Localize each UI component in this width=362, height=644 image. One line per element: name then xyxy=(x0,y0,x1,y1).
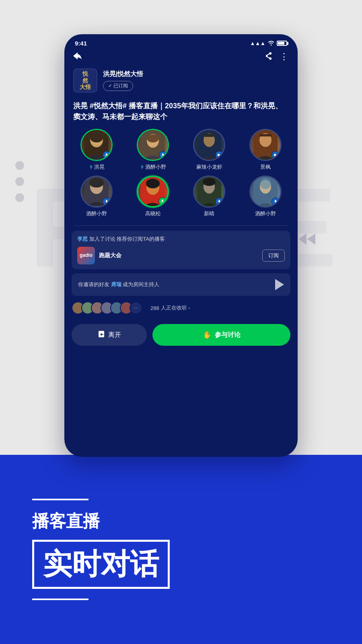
speakers-grid: 🎙洪晃 🎙酒醉小野 xyxy=(64,129,298,224)
speaker-name-5: 酒醉小野 xyxy=(86,210,107,217)
join-button[interactable]: ✋ 参与讨论 xyxy=(152,324,290,346)
svg-rect-29 xyxy=(218,200,220,202)
section-divider xyxy=(73,225,289,226)
nav-actions: ⋮ xyxy=(264,52,289,62)
speaker-item: 酒醉小野 xyxy=(71,175,122,217)
join-label: 参与讨论 xyxy=(215,331,241,339)
leave-label: 离开 xyxy=(108,331,121,339)
chevron-icon: › xyxy=(189,305,190,310)
podcast-avatar-text: 悦然大悟 xyxy=(78,69,93,92)
svg-rect-4 xyxy=(106,153,107,156)
notif-username: 李思 xyxy=(77,236,88,242)
speaker-name-8: 酒醉小野 xyxy=(255,210,276,217)
skip-arrow-2 xyxy=(307,233,315,245)
share-icon[interactable] xyxy=(264,52,272,62)
podcast-recommend: gadio 跑题大会 订阅 xyxy=(77,247,285,264)
speaker-badge-3 xyxy=(215,151,223,159)
notification-text: 李思 加入了讨论 推荐你订阅TA的播客 xyxy=(77,235,285,243)
speaker-badge-1 xyxy=(103,151,111,159)
svg-point-8 xyxy=(147,134,159,142)
svg-rect-28 xyxy=(204,179,215,184)
speaker-badge-2 xyxy=(159,151,167,159)
speaker-name-2: 🎙酒醉小野 xyxy=(140,163,166,171)
svg-point-3 xyxy=(90,133,103,142)
skip-arrow-1 xyxy=(298,233,306,245)
listener-label: 人正在收听 xyxy=(161,304,187,312)
dot-1 xyxy=(15,161,24,170)
listener-avatars: ··· xyxy=(72,301,139,314)
listener-count[interactable]: 288 人正在收听 › xyxy=(150,304,190,312)
podcast-header: 悦然大悟 洪晃|悦然大悟 ✓ 已订阅 xyxy=(64,66,298,97)
bottom-line-top xyxy=(32,499,88,500)
speaker-badge-8 xyxy=(272,198,280,206)
speaker-item: 🎙洪晃 xyxy=(71,129,122,171)
dot-3 xyxy=(15,193,24,202)
svg-rect-12 xyxy=(204,134,214,137)
status-time: 9:41 xyxy=(75,40,87,47)
speaker-avatar-4 xyxy=(249,129,282,161)
speaker-badge-7 xyxy=(215,198,223,206)
notification-card: 李思 加入了讨论 推荐你订阅TA的播客 gadio 跑题大会 订阅 xyxy=(72,231,290,269)
speaker-badge-6 xyxy=(158,197,167,205)
svg-rect-9 xyxy=(162,153,164,156)
leave-icon xyxy=(98,330,105,339)
battery-icon xyxy=(277,41,287,46)
bottom-actions: 离开 ✋ 参与讨论 xyxy=(64,320,298,354)
podcast-rec-name: 跑题大会 xyxy=(99,252,258,259)
leave-button[interactable]: 离开 xyxy=(72,324,147,346)
speaker-item: 麻辣小龙虾 xyxy=(183,129,235,171)
svg-rect-23 xyxy=(146,181,159,185)
status-bar: 9:41 ▲▲▲ xyxy=(64,34,298,49)
speaker-avatar-8 xyxy=(249,175,282,208)
speaker-badge-4 xyxy=(272,151,280,159)
podcast-avatar: 悦然大悟 xyxy=(73,68,97,93)
invite-username: 席瑞 xyxy=(111,281,121,287)
decoration-dots xyxy=(15,161,24,202)
speaker-name-4: 景枫 xyxy=(260,163,271,171)
svg-rect-24 xyxy=(162,200,163,202)
speaker-name-3: 麻辣小龙虾 xyxy=(196,163,222,171)
more-icon[interactable]: ⋮ xyxy=(280,52,289,62)
signal-icon: ▲▲▲ xyxy=(250,40,265,46)
speaker-item: 酒醉小野 xyxy=(240,175,291,217)
back-button[interactable] xyxy=(73,52,82,62)
speaker-name-7: 新晴 xyxy=(204,210,214,217)
status-icons: ▲▲▲ xyxy=(250,40,287,47)
speaker-avatar-7 xyxy=(193,175,225,208)
top-nav: ⋮ xyxy=(64,49,298,66)
dot-2 xyxy=(15,177,24,186)
svg-point-32 xyxy=(260,178,271,189)
speaker-avatar-2 xyxy=(137,129,169,161)
speaker-avatar-6 xyxy=(137,175,169,208)
bottom-line-bottom xyxy=(32,599,88,600)
subscribe-button[interactable]: 订阅 xyxy=(262,250,285,262)
podcast-info: 洪晃|悦然大悟 ✓ 已订阅 xyxy=(103,70,289,91)
invite-text: 你邀请的好友 席瑞 成为房间主持人 xyxy=(78,281,159,288)
phone-frame: 9:41 ▲▲▲ ⋮ xyxy=(64,34,298,457)
skip-arrows xyxy=(298,233,315,245)
speaker-name-1: 🎙洪晃 xyxy=(89,163,105,171)
speaker-item: 新晴 xyxy=(183,175,235,217)
svg-rect-19 xyxy=(106,200,107,202)
podcast-name: 洪晃|悦然大悟 xyxy=(103,70,289,78)
listener-number: 288 xyxy=(150,305,159,311)
invite-notification: 你邀请的好友 席瑞 成为房间主持人 xyxy=(72,273,290,296)
speaker-item: 景枫 xyxy=(240,129,291,171)
bottom-title-big: 实时对话 xyxy=(32,540,170,589)
speaker-name-6: 高晓松 xyxy=(145,210,161,217)
listener-more: ··· xyxy=(130,301,142,314)
bottom-title-small: 播客直播 xyxy=(32,510,100,533)
speaker-badge-5 xyxy=(103,198,111,206)
episode-title: 洪晃 #悦然大悟# 播客直播｜2035年我们应该住在哪里？和洪晃、窦文涛、马未都… xyxy=(64,97,298,129)
play-icon xyxy=(275,279,284,290)
svg-rect-15 xyxy=(259,134,272,136)
bottom-section: 播客直播 实时对话 xyxy=(0,455,362,644)
wifi-icon xyxy=(268,40,274,47)
speaker-avatar-5 xyxy=(80,175,113,208)
speaker-avatar-3 xyxy=(193,129,225,161)
speaker-avatar-1 xyxy=(80,129,113,161)
listeners-row: ··· 288 人正在收听 › xyxy=(64,301,298,320)
subscribed-button[interactable]: ✓ 已订阅 xyxy=(103,81,133,91)
speaker-item: 高晓松 xyxy=(127,175,179,217)
svg-rect-33 xyxy=(275,200,276,202)
